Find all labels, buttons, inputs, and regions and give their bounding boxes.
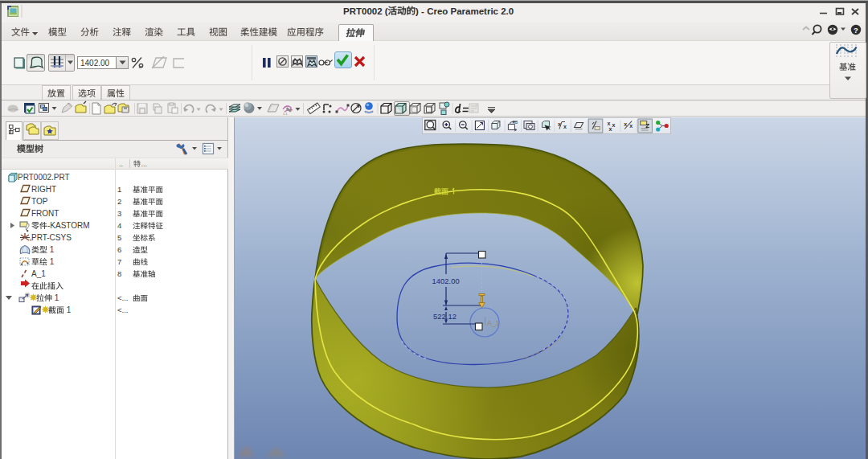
svg-text:1: 1: [117, 185, 121, 194]
svg-text:2: 2: [117, 197, 121, 206]
svg-text:x: x: [608, 121, 611, 126]
svg-text:FRONT: FRONT: [31, 209, 59, 218]
svg-text:1: 1: [47, 257, 55, 266]
svg-text:1: 1: [64, 305, 72, 314]
svg-text:..: ..: [119, 160, 123, 168]
svg-text:) - Creo Parametric 2.0: ) - Creo Parametric 2.0: [416, 6, 514, 16]
svg-text:1: 1: [47, 245, 55, 254]
svg-text:6: 6: [117, 245, 121, 254]
svg-text:7: 7: [117, 257, 121, 266]
svg-text:PRT-CSYS: PRT-CSYS: [31, 233, 72, 242]
svg-text:-KASTORM: -KASTORM: [47, 221, 90, 230]
svg-text:1402.00: 1402.00: [80, 59, 110, 68]
svg-text:A_1: A_1: [31, 269, 46, 278]
svg-text:5: 5: [117, 233, 121, 242]
svg-text:?: ?: [854, 26, 858, 35]
svg-text:<...: <...: [117, 293, 128, 302]
svg-text:1: 1: [52, 293, 59, 302]
svg-text:PRT0002 (: PRT0002 (: [343, 6, 388, 16]
svg-text:3: 3: [117, 209, 121, 218]
svg-text:1.1: 1.1: [283, 112, 288, 116]
svg-text:4: 4: [117, 221, 121, 230]
svg-text:x: x: [624, 121, 627, 127]
svg-text:PRT0002.PRT: PRT0002.PRT: [18, 173, 70, 182]
svg-text:RIGHT: RIGHT: [31, 185, 56, 194]
svg-text:8: 8: [117, 269, 121, 278]
svg-text:x: x: [612, 122, 616, 128]
svg-text:1402.00: 1402.00: [432, 277, 460, 285]
svg-text:x: x: [563, 124, 567, 129]
svg-text:A_1: A_1: [487, 319, 499, 327]
svg-text:...: ...: [141, 160, 148, 168]
svg-text:x: x: [609, 126, 612, 132]
svg-text:<...: <...: [117, 305, 128, 314]
svg-text:TOP: TOP: [31, 197, 48, 206]
svg-text:522.12: 522.12: [433, 313, 457, 321]
svg-text:RB: RB: [512, 120, 518, 125]
